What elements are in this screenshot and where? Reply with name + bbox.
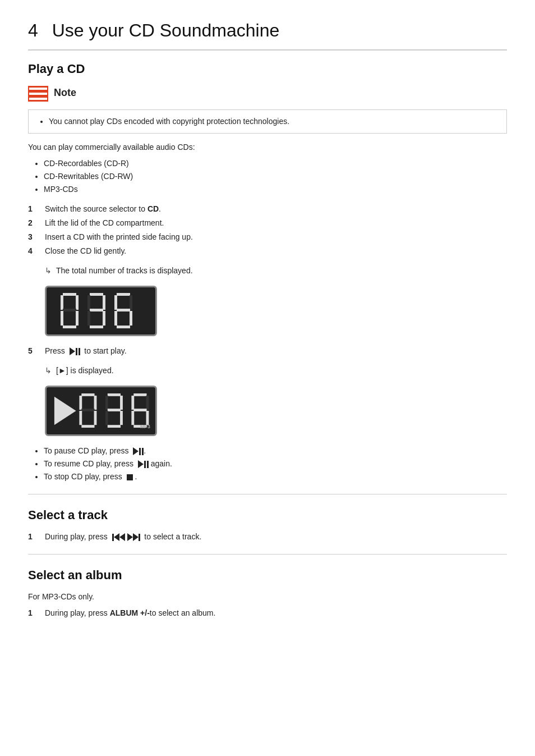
skip-tri-left-1 (114, 533, 119, 541)
pause-bar-4 (142, 448, 144, 455)
note-icon (28, 86, 48, 102)
section-divider-1 (28, 494, 507, 494)
svg-rect-28 (108, 393, 121, 396)
step-3-num: 3 (28, 231, 45, 243)
step-4: 4 Close the CD lid gently. (28, 245, 507, 257)
result-text: The total number of tracks is displayed. (56, 265, 193, 277)
play-cd-heading: Play a CD (28, 59, 507, 78)
pause-bar-2 (79, 348, 80, 355)
step-2: 2 Lift the lid of the CD compartment. (28, 217, 507, 229)
play-sym: ► (58, 366, 66, 375)
step-1-text: Switch the source selector to (45, 204, 147, 213)
cd-type-2: CD-Rewritables (CD-RW) (44, 171, 507, 182)
play-tri-pause (133, 447, 139, 455)
svg-rect-20 (117, 326, 130, 328)
mp3-label-svg: MP3 (140, 424, 150, 429)
note-label: Note (54, 85, 76, 100)
step-5-press: Press (45, 346, 65, 355)
step-5-result: ↳ [►] is displayed. (45, 365, 507, 377)
page-title: 4 Use your CD Soundmachine (28, 17, 507, 44)
resume-end: again. (151, 459, 172, 468)
result-arrow: ↳ (45, 265, 52, 277)
svg-rect-14 (117, 293, 130, 296)
resume-play-icon (138, 460, 149, 468)
svg-rect-35 (133, 393, 146, 396)
step-5-list: 5 Press to start play. (28, 345, 507, 357)
cd-types-list: CD-Recordables (CD-R) CD-Rewritables (CD… (28, 158, 507, 195)
step-3-content: Insert a CD with the printed side facing… (45, 231, 507, 243)
step-1-rest: . (159, 204, 161, 213)
step-3: 3 Insert a CD with the printed side faci… (28, 231, 507, 243)
pause-text: To pause CD play, press (44, 446, 128, 455)
skip-bar-right (139, 534, 140, 541)
resume-instruction: To resume CD play, press again. (44, 458, 507, 470)
svg-rect-6 (63, 326, 76, 328)
select-album-steps: 1 During play, press ALBUM +/-to select … (28, 607, 507, 619)
play-tri-resume (138, 460, 144, 468)
note-icon-line1 (29, 88, 47, 90)
svg-rect-38 (133, 409, 146, 411)
skip-tri-left-2 (119, 533, 125, 541)
select-album-heading: Select an album (28, 566, 507, 584)
select-track-heading: Select a track (28, 506, 507, 524)
lcd-digits-1 (56, 291, 146, 331)
chapter-title: Use your CD Soundmachine (52, 20, 280, 40)
svg-rect-16 (130, 295, 132, 310)
title-divider (28, 49, 507, 51)
select-track-steps: 1 During play, press to select a track. (28, 531, 507, 543)
step-1: 1 Switch the source selector to CD. (28, 203, 507, 215)
step-4-content: Close the CD lid gently. (45, 245, 507, 257)
stop-text: To stop CD play, press (44, 472, 122, 481)
skip-tri-right-2 (133, 533, 139, 541)
svg-rect-23 (94, 396, 97, 410)
svg-rect-26 (94, 411, 97, 425)
svg-rect-21 (81, 393, 94, 396)
select-album-content: During play, press ALBUM +/-to select an… (45, 607, 507, 619)
svg-rect-37 (146, 396, 149, 410)
step-1-bold: CD (147, 204, 159, 213)
lcd-digits-2: MP3 (52, 391, 155, 431)
step-1-content: Switch the source selector to CD. (45, 203, 507, 215)
note-icon-line2 (29, 93, 47, 95)
intro-text: You can play commercially available audi… (28, 141, 507, 153)
step-5: 5 Press to start play. (28, 345, 507, 357)
cd-type-1: CD-Recordables (CD-R) (44, 158, 507, 169)
select-album-text: During play, press (45, 608, 110, 617)
svg-rect-22 (79, 396, 82, 410)
svg-rect-24 (81, 409, 94, 411)
svg-rect-2 (76, 295, 79, 310)
select-album-num: 1 (28, 607, 45, 619)
svg-rect-29 (105, 396, 108, 410)
svg-rect-36 (131, 396, 134, 410)
svg-rect-9 (103, 295, 105, 310)
svg-rect-10 (90, 309, 103, 311)
pause-bar-3 (139, 448, 141, 455)
select-track-num: 1 (28, 531, 45, 543)
chapter-number: 4 (28, 20, 38, 40)
svg-rect-5 (76, 311, 79, 326)
step-5-content: Press to start play. (45, 345, 507, 357)
svg-rect-18 (114, 311, 117, 326)
steps-list: 1 Switch the source selector to CD. 2 Li… (28, 203, 507, 257)
svg-rect-32 (105, 411, 108, 425)
pause-bar-1 (76, 348, 77, 355)
skip-buttons-icon (112, 533, 140, 541)
step-2-num: 2 (28, 217, 45, 229)
select-album-bold: ALBUM +/- (110, 608, 150, 617)
lcd-play-triangle (54, 397, 76, 425)
step-1-num: 1 (28, 203, 45, 215)
select-track-step-1: 1 During play, press to select a track. (28, 531, 507, 543)
svg-rect-13 (90, 326, 103, 328)
bracket-play-display: [►] is displayed. (56, 365, 114, 377)
playback-controls-list: To pause CD play, press . To resume CD p… (28, 445, 507, 483)
svg-rect-27 (81, 425, 94, 428)
pause-bar-6 (147, 461, 149, 468)
select-track-content: During play, press to select a track. (45, 531, 507, 543)
select-track-text: During play, press (45, 532, 108, 541)
pause-bar-5 (144, 461, 146, 468)
svg-rect-4 (61, 311, 63, 326)
step-4-num: 4 (28, 245, 45, 257)
svg-rect-12 (103, 311, 105, 326)
play-triangle-small (70, 347, 75, 355)
step-5-num: 5 (28, 345, 45, 357)
